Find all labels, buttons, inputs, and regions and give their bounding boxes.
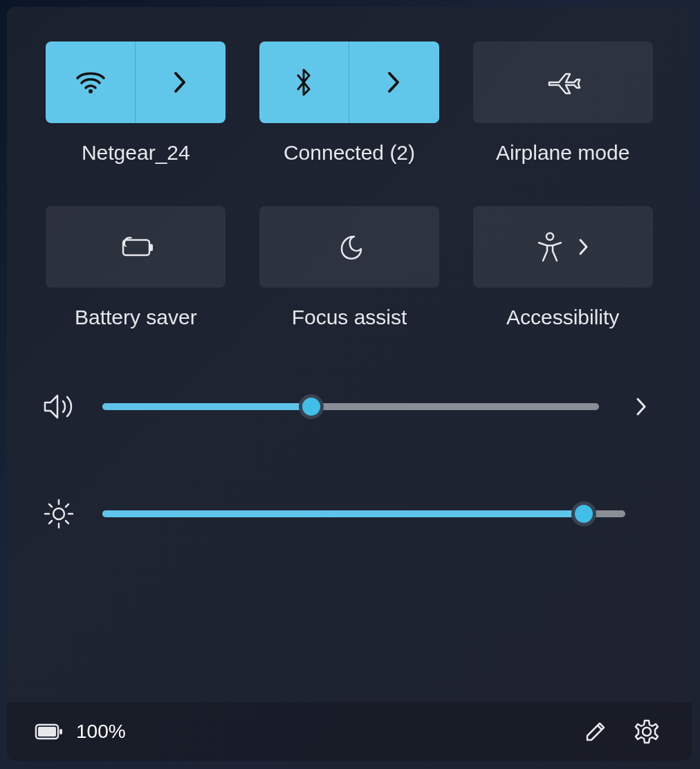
bluetooth-icon xyxy=(294,67,313,98)
volume-icon-wrap xyxy=(42,391,76,422)
bluetooth-tile-wrap: Connected (2) xyxy=(255,41,444,165)
volume-slider-row xyxy=(42,391,657,422)
bluetooth-toggle-button[interactable] xyxy=(259,41,349,123)
battery-status[interactable]: 100% xyxy=(35,721,126,743)
accessibility-icon xyxy=(536,232,564,262)
volume-slider[interactable] xyxy=(102,403,599,410)
svg-line-16 xyxy=(598,725,602,730)
accessibility-tile[interactable] xyxy=(473,206,653,288)
wifi-icon xyxy=(75,70,107,95)
airplane-icon xyxy=(545,67,581,98)
focus-assist-toggle-button[interactable] xyxy=(259,206,439,288)
wifi-expand-button[interactable] xyxy=(136,41,225,123)
battery-saver-toggle-button[interactable] xyxy=(46,206,225,288)
svg-line-12 xyxy=(66,504,68,507)
bluetooth-label: Connected (2) xyxy=(284,141,415,165)
wifi-toggle-button[interactable] xyxy=(46,41,136,123)
quick-settings-panel: Netgear_24 Connected (2) xyxy=(7,7,692,761)
svg-rect-14 xyxy=(38,727,56,736)
svg-point-4 xyxy=(53,508,64,519)
airplane-toggle-button[interactable] xyxy=(473,41,653,123)
chevron-right-icon xyxy=(387,71,402,94)
airplane-tile-wrap: Airplane mode xyxy=(468,41,657,165)
moon-icon xyxy=(335,232,364,261)
gear-icon xyxy=(634,719,660,745)
bluetooth-tile xyxy=(259,41,439,123)
volume-slider-thumb[interactable] xyxy=(299,394,324,419)
brightness-slider[interactable] xyxy=(102,510,625,517)
panel-content: Netgear_24 Connected (2) xyxy=(7,7,692,702)
bluetooth-expand-button[interactable] xyxy=(349,41,439,123)
pencil-icon xyxy=(583,719,608,744)
svg-rect-1 xyxy=(123,240,149,255)
bottom-bar: 100% xyxy=(7,702,692,761)
svg-rect-15 xyxy=(59,729,62,734)
svg-line-9 xyxy=(49,504,52,507)
chevron-right-icon xyxy=(578,237,590,257)
edit-button[interactable] xyxy=(578,714,613,749)
battery-saver-tile-wrap: Battery saver xyxy=(42,206,230,329)
brightness-icon xyxy=(43,498,75,530)
svg-line-10 xyxy=(66,521,68,524)
brightness-slider-row xyxy=(42,498,657,530)
wifi-tile xyxy=(46,41,225,123)
battery-saver-label: Battery saver xyxy=(75,306,197,329)
sliders-area xyxy=(42,391,657,530)
accessibility-label: Accessibility xyxy=(506,306,619,329)
wifi-label: Netgear_24 xyxy=(82,141,190,165)
focus-assist-label: Focus assist xyxy=(292,306,407,329)
battery-icon xyxy=(35,723,64,741)
svg-point-17 xyxy=(643,728,651,736)
volume-expand-button[interactable] xyxy=(625,396,657,417)
settings-button[interactable] xyxy=(629,714,664,749)
airplane-label: Airplane mode xyxy=(496,141,629,165)
svg-point-0 xyxy=(89,89,93,93)
brightness-icon-wrap xyxy=(42,498,76,530)
chevron-right-icon xyxy=(173,71,188,94)
brightness-slider-fill xyxy=(102,510,584,517)
battery-percent-label: 100% xyxy=(76,721,126,743)
svg-line-11 xyxy=(49,521,52,524)
wifi-tile-wrap: Netgear_24 xyxy=(42,41,230,165)
accessibility-tile-wrap: Accessibility xyxy=(468,206,657,329)
battery-saver-icon xyxy=(116,234,155,259)
focus-assist-tile-wrap: Focus assist xyxy=(255,206,444,329)
speaker-icon xyxy=(42,391,75,422)
tiles-grid: Netgear_24 Connected (2) xyxy=(42,41,657,329)
volume-slider-fill xyxy=(102,403,311,410)
svg-point-3 xyxy=(546,233,553,240)
svg-rect-2 xyxy=(149,244,153,251)
chevron-right-icon xyxy=(634,396,648,417)
brightness-slider-thumb[interactable] xyxy=(571,501,596,526)
